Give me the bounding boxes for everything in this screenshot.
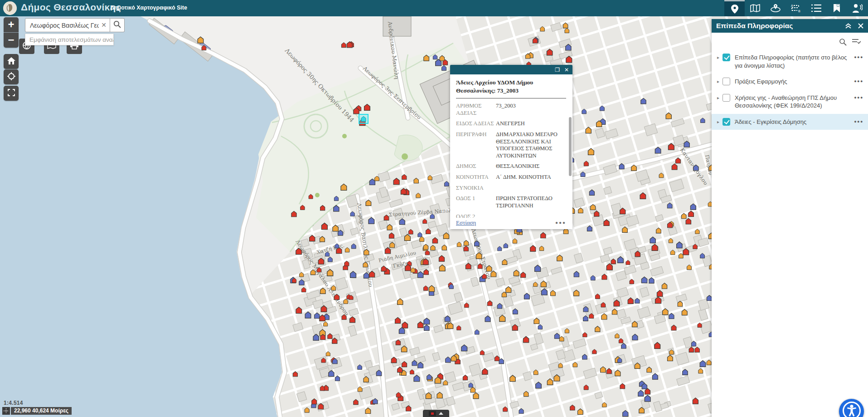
layer-item[interactable]: ▸Άδειες - Εγκρίσεις Δόμησης●●● <box>712 114 868 130</box>
zoom-out-label: − <box>8 34 14 45</box>
svg-text:B: B <box>798 10 800 13</box>
bookmark-star-icon <box>833 4 840 13</box>
mini-map-thumbnail <box>429 411 436 416</box>
popup-close-icon[interactable]: ✕ <box>564 67 569 73</box>
layer-item[interactable]: ▸Πράξεις Εφαρμογής●●● <box>712 74 868 90</box>
layer-panel: Επίπεδα Πληροφορίας ▸Επίπεδα Πληροφορίας… <box>712 19 868 417</box>
popup-row-label: ΟΔΟΣ 1 <box>456 195 496 209</box>
zoom-in-button[interactable]: + <box>4 17 19 32</box>
locate-icon <box>7 72 15 82</box>
coordinate-text: 22,960 40,624 Μοίρες <box>11 407 72 415</box>
popup-attribute-table: ΑΡΙΘΜΟΣ ΑΔΕΙΑΣ73_2003ΕΙΔΟΣ ΑΔΕΙΑΣΑΝΕΓΕΡΣ… <box>456 103 566 229</box>
popup-footer: Εστίαση ●●● <box>450 218 572 229</box>
popup-zoom-to-link[interactable]: Εστίαση <box>456 219 476 226</box>
layer-panel-tools <box>712 33 868 49</box>
popup-more-options[interactable]: ●●● <box>555 220 566 225</box>
bookmark-tool[interactable] <box>826 0 847 16</box>
home-extent-button[interactable] <box>4 54 19 69</box>
accessibility-button[interactable] <box>839 399 864 417</box>
layer-options-icon[interactable] <box>852 38 861 48</box>
popup-scrollbar[interactable] <box>569 117 572 176</box>
popup-row-value: 73_2003 <box>496 103 566 117</box>
zoom-out-button[interactable]: − <box>4 33 19 48</box>
search-bar: ✕ <box>25 18 125 32</box>
route-tool[interactable]: AB <box>786 0 806 16</box>
gps-share-tool[interactable] <box>765 0 786 16</box>
popup-title: Άδειες Αρχείου ΥΔΟΜ Δήμου Θεσσαλονίκης: … <box>456 78 566 94</box>
search-button[interactable] <box>110 18 125 32</box>
popup-row-value: ΑΝΕΓΕΡΣΗ <box>496 120 566 128</box>
layer-more-options[interactable]: ●●● <box>853 118 863 126</box>
fullscreen-icon <box>8 89 15 98</box>
popup-row-value: ΔΗΜΑΡΧΙΑΚΟ ΜΕΓΑΡΟ ΘΕΣΣΑΛΟΝΙΚΗΣ ΚΑΙ ΥΠΟΓΕ… <box>496 131 566 160</box>
search-input[interactable] <box>25 18 110 32</box>
layer-label: Άδειες - Εγκρίσεις Δόμησης <box>735 118 853 126</box>
popup-row: ΑΡΙΘΜΟΣ ΑΔΕΙΑΣ73_2003 <box>456 103 566 117</box>
panel-collapse-icon[interactable] <box>845 23 852 29</box>
home-icon <box>7 57 15 66</box>
route-ab-icon: AB <box>790 4 801 13</box>
layer-expand-icon[interactable]: ▸ <box>717 118 723 126</box>
popup-row: ΟΔΟΣ 1ΠΡΩΗΝ ΣΤΡΑΤΟΠΕΔΟ ΤΣΙΡΟΓΙΑΝΝΗ <box>456 195 566 209</box>
location-pin-icon <box>731 5 738 14</box>
layer-expand-icon[interactable]: ▸ <box>717 78 723 85</box>
popup-row-value: ΘΕΣΣΑΛΟΝΙΚΗΣ <box>496 163 566 170</box>
map-scale: 1:4.514 <box>4 400 23 406</box>
layer-list: ▸Επίπεδα Πληροφορίας (πατήστε στο βέλος … <box>712 49 868 130</box>
popup-row-label: ΣΥΝΟΙΚΙΑ <box>456 185 496 192</box>
popup-row-label: ΚΟΙΝΟΤΗΤΑ <box>456 174 496 181</box>
app-subtitle: Δημοτικό Χαρτογραφικό Site <box>110 5 187 11</box>
coordinate-readout: 22,960 40,624 Μοίρες <box>2 407 72 415</box>
popup-row-value: Α΄ ΔΗΜ. ΚΟΙΝΟΤΗΤΑ <box>496 174 566 181</box>
screen-reader-tool[interactable] <box>847 0 867 16</box>
layer-search-icon[interactable] <box>839 38 847 48</box>
layer-item[interactable]: ▸Επίπεδα Πληροφορίας (πατήστε στο βέλος … <box>712 49 868 74</box>
basemap-tool[interactable] <box>745 0 765 16</box>
popup-row: ΚΟΙΝΟΤΗΤΑΑ΄ ΔΗΜ. ΚΟΙΝΟΤΗΤΑ <box>456 174 566 181</box>
app-title: Δήμος Θεσσαλονίκης <box>21 2 121 13</box>
popup-maximize-icon[interactable]: ❐ <box>555 67 560 73</box>
layer-checkbox[interactable] <box>723 118 730 126</box>
legend-list-tool[interactable] <box>806 0 826 16</box>
header-bar: Δήμος Θεσσαλονίκης Δημοτικό Χαρτογραφικό… <box>0 0 868 16</box>
search-clear-icon[interactable]: ✕ <box>100 21 107 29</box>
layer-more-options[interactable]: ●●● <box>853 78 863 85</box>
popup-row: ΠΕΡΙΓΡΑΦΗΔΗΜΑΡΧΙΑΚΟ ΜΕΓΑΡΟ ΘΕΣΣΑΛΟΝΙΚΗΣ … <box>456 131 566 160</box>
zoom-in-label: + <box>8 19 14 30</box>
list-icon <box>811 4 821 12</box>
header-toolbar: AB <box>724 0 867 16</box>
expand-up-icon <box>439 412 443 415</box>
svg-text:A: A <box>791 4 793 7</box>
layer-panel-title: Επίπεδα Πληροφορίας <box>716 22 839 30</box>
layer-panel-header: Επίπεδα Πληροφορίας <box>712 19 868 33</box>
layer-expand-icon[interactable]: ▸ <box>717 94 723 102</box>
my-location-button[interactable] <box>4 69 19 84</box>
location-pin-tool[interactable] <box>724 0 745 16</box>
search-suggestion[interactable]: Εμφάνιση αποτελεσμάτων αναζήτη... <box>25 34 114 45</box>
municipality-logo <box>3 1 17 15</box>
search-icon <box>113 20 121 30</box>
layer-item[interactable]: ▸Χρήσεις γης - Αναθεώρηση ΓΠΣ Δήμου Θεσσ… <box>712 90 868 114</box>
panel-close-icon[interactable] <box>858 23 863 29</box>
popup-row-label: ΕΙΔΟΣ ΑΔΕΙΑΣ <box>456 120 496 128</box>
layer-label: Πράξεις Εφαρμογής <box>735 78 853 86</box>
layer-more-options[interactable]: ●●● <box>853 94 863 102</box>
gps-location-icon <box>770 4 781 12</box>
layer-checkbox[interactable] <box>723 78 730 85</box>
accessibility-icon <box>842 401 862 417</box>
popup-row: ΔΗΜΟΣΘΕΣΣΑΛΟΝΙΚΗΣ <box>456 163 566 170</box>
layer-checkbox[interactable] <box>723 54 730 61</box>
popup-body: Άδειες Αρχείου ΥΔΟΜ Δήμου Θεσσαλονίκης: … <box>450 74 572 229</box>
layer-checkbox[interactable] <box>723 94 730 102</box>
popup-row: ΣΥΝΟΙΚΙΑ <box>456 185 566 192</box>
fullscreen-button[interactable] <box>4 86 19 101</box>
popup-row-value: ΠΡΩΗΝ ΣΤΡΑΤΟΠΕΔΟ ΤΣΙΡΟΓΙΑΝΝΗ <box>496 195 566 209</box>
layer-expand-icon[interactable]: ▸ <box>717 54 723 61</box>
application: Λεωφόρος 30ης Οκτωβρίου 1944Ανδρόνικου Μ… <box>0 0 868 417</box>
feature-popup: ❐ ✕ Άδειες Αρχείου ΥΔΟΜ Δήμου Θεσσαλονίκ… <box>450 65 572 229</box>
layer-more-options[interactable]: ●●● <box>853 54 863 61</box>
crosshair-icon[interactable] <box>2 407 10 415</box>
selected-feature-highlight <box>359 114 368 123</box>
attribution-expander-tab[interactable] <box>423 410 449 417</box>
layer-label: Επίπεδα Πληροφορίας (πατήστε στο βέλος γ… <box>735 54 853 69</box>
